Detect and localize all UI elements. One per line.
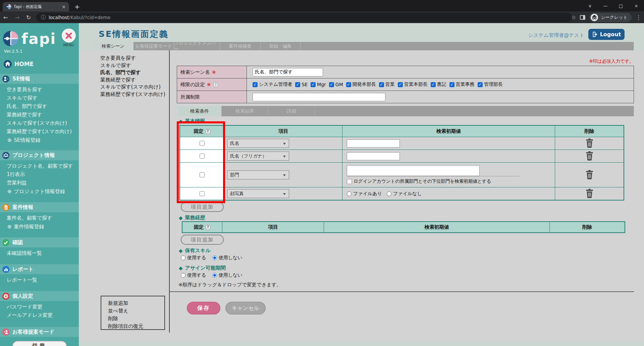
browser-menu-icon[interactable]: ⋮ <box>636 14 641 21</box>
role-checkbox[interactable] <box>449 82 454 87</box>
scene-item[interactable]: スキルで探す(スマホ向け) <box>100 83 165 91</box>
scene-item[interactable]: 空き要員を探す <box>100 55 165 62</box>
help-icon[interactable]: ? <box>213 82 218 87</box>
initial-value-input[interactable] <box>347 152 400 160</box>
sidebar-item-operating-profit[interactable]: 営業利益 <box>0 179 79 187</box>
role-checkbox[interactable] <box>398 82 403 87</box>
tab-customer-mode[interactable]: お客様提案モード <box>133 42 174 50</box>
sidebar-item-one-line-view[interactable]: 1行表示 <box>0 170 79 179</box>
restriction-input[interactable] <box>253 93 385 101</box>
sidebar-item-find-project[interactable]: プロジェクト名、顧客で探す <box>0 162 79 170</box>
reload-icon[interactable]: ↻ <box>23 14 34 21</box>
tab-close-icon[interactable]: × <box>62 4 66 9</box>
sidebar-item-find-by-skill[interactable]: スキルで探す <box>0 94 79 102</box>
help-icon[interactable]: ? <box>205 129 211 134</box>
side-panel-icon[interactable] <box>580 15 585 20</box>
sidebar-section-personal[interactable]: 個人設定 <box>0 291 79 301</box>
subtab-search-condition[interactable]: 検索条件 <box>178 106 222 116</box>
role-checkbox[interactable] <box>478 82 483 87</box>
sidebar-item-find-available[interactable]: 空き要員を探す <box>0 85 79 94</box>
role-checkbox[interactable] <box>311 82 316 87</box>
sidebar-item-find-by-career[interactable]: 業務経歴で探す <box>0 111 79 119</box>
sidebar-item-project-register[interactable]: ⊕プロジェクト情報登録 <box>0 187 79 196</box>
role-checkbox[interactable] <box>295 82 300 87</box>
sidebar-section-case-info[interactable]: 案件情報 <box>0 202 79 212</box>
scene-name-input[interactable] <box>253 68 323 76</box>
sidebar-item-home[interactable]: HOME <box>0 54 79 68</box>
subtab-search-result[interactable]: 検索結果 <box>222 106 268 116</box>
site-info-icon[interactable]: ⓘ <box>41 14 46 20</box>
scene-item-selected[interactable]: 氏名、部門で探す <box>100 69 165 76</box>
trash-icon[interactable] <box>585 138 594 148</box>
initial-value-input[interactable] <box>347 139 400 148</box>
browser-tab[interactable]: fapi - 画面定義 × <box>3 2 69 11</box>
sidebar-item-se-register[interactable]: ⊕SE情報登録 <box>0 136 79 145</box>
initial-value-input[interactable] <box>347 165 480 176</box>
sidebar-item-change-password[interactable]: パスワード変更 <box>0 303 79 311</box>
file-none-radio[interactable] <box>387 191 391 196</box>
sidebar-item-case-register[interactable]: ⊕案件情報登録 <box>0 222 79 231</box>
fixed-checkbox[interactable] <box>200 141 205 146</box>
window-menu-icon[interactable]: ∨ <box>582 0 598 11</box>
fixed-checkbox[interactable] <box>200 172 205 177</box>
forward-icon[interactable]: → <box>11 14 23 21</box>
sidebar-section-project-info[interactable]: プロジェクト情報 <box>0 150 79 160</box>
sidebar-item-find-case[interactable]: 案件名、顧客で探す <box>0 214 79 222</box>
role-checkbox[interactable] <box>346 82 351 87</box>
role-checkbox[interactable] <box>379 82 384 87</box>
file-exists-radio[interactable] <box>347 191 352 196</box>
skills-not-use-radio[interactable] <box>212 255 217 260</box>
role-checkbox[interactable] <box>329 82 334 87</box>
help-icon[interactable]: ? <box>205 225 211 230</box>
add-item-button-basic[interactable]: 項目追加 <box>181 202 224 212</box>
cancel-button[interactable]: キャンセル <box>225 302 266 314</box>
new-tab-button[interactable]: + <box>72 2 82 11</box>
sidebar-item-find-by-career-mobile[interactable]: 業務経歴で探す(スマホ向け) <box>0 127 79 136</box>
role-checkbox[interactable] <box>431 82 436 87</box>
add-item-button-career[interactable]: 項目追加 <box>181 235 224 245</box>
save-button[interactable]: 保存 <box>187 302 220 314</box>
sidebar-item-unconfirmed-list[interactable]: 未確認情報一覧 <box>0 249 79 257</box>
trash-icon[interactable] <box>585 189 594 198</box>
item-select[interactable]: 氏名（フリガナ） <box>227 152 289 161</box>
fixed-checkbox[interactable] <box>200 154 205 159</box>
skills-use-radio[interactable] <box>181 255 185 260</box>
menu-close-button[interactable]: MENU <box>61 28 77 47</box>
action-reorder[interactable]: 並べ替え <box>108 307 164 315</box>
subtab-detail[interactable]: 詳細 <box>268 106 315 116</box>
trash-icon[interactable] <box>585 151 594 161</box>
sidebar-section-customer-mode[interactable]: お客様提案モード <box>0 327 79 337</box>
window-close-icon[interactable]: × <box>629 0 644 11</box>
sidebar-item-change-email[interactable]: メールアドレス変更 <box>0 311 79 320</box>
switch-mode-button[interactable]: 切替 <box>12 341 67 346</box>
sidebar-section-confirm[interactable]: 確認 <box>0 237 79 247</box>
sidebar-section-report[interactable]: レポート <box>0 264 79 274</box>
bookmark-star-icon[interactable]: ☆ <box>571 14 576 20</box>
item-select[interactable]: 部門 <box>227 170 289 179</box>
logout-button[interactable]: Logout <box>588 29 625 40</box>
fixed-checkbox[interactable] <box>200 191 205 196</box>
scene-item[interactable]: 業務経歴で探す <box>100 76 165 84</box>
assign-use-radio[interactable] <box>181 273 185 278</box>
action-restore-deleted[interactable]: 削除項目の復元 <box>108 323 164 330</box>
window-minimize-icon[interactable]: — <box>598 0 613 11</box>
action-delete[interactable]: 削除 <box>108 315 164 323</box>
sidebar-section-se-info[interactable]: SE情報 <box>0 74 79 84</box>
action-add-new[interactable]: 新規追加 <box>108 299 164 307</box>
trash-icon[interactable] <box>585 170 594 180</box>
sidebar-item-report-list[interactable]: レポート一覧 <box>0 276 79 284</box>
back-icon[interactable]: ← <box>0 14 11 21</box>
role-checkbox[interactable] <box>253 82 258 87</box>
login-dept-checkbox[interactable] <box>347 179 352 184</box>
sidebar-item-find-by-skill-mobile[interactable]: スキルで探す(スマホ向け) <box>0 119 79 127</box>
close-icon[interactable] <box>62 28 76 43</box>
tab-search-scene[interactable]: 検索シーン <box>93 42 133 50</box>
tab-case-candidate[interactable]: 案件候補者 <box>220 42 261 50</box>
sidebar-item-find-by-name-dept[interactable]: 氏名、部門で探す <box>0 102 79 111</box>
address-bar[interactable]: ⓘ localhost/Kabul/?cid=demo <box>36 13 572 22</box>
scene-item[interactable]: 業務経歴で探す(スマホ向け) <box>100 91 165 98</box>
scene-item[interactable]: スキルで探す <box>100 62 165 69</box>
tab-project-member[interactable]: プロジェクトメンバー <box>174 42 220 50</box>
assign-not-use-radio[interactable] <box>212 273 217 278</box>
tab-register-edit[interactable]: 登録・編集 <box>261 42 301 50</box>
